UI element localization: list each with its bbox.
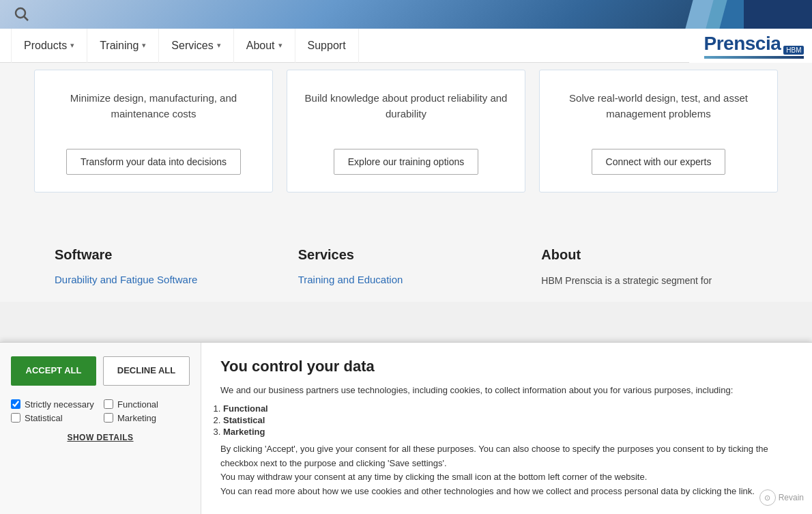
cookie-body-2: You may withdraw your consent at any tim… <box>220 470 793 485</box>
logo-underline <box>704 56 804 59</box>
cookie-banner: ACCEPT ALL DECLINE ALL Strictly necessar… <box>0 342 812 514</box>
marketing-label: Marketing <box>117 413 156 423</box>
marketing-checkbox[interactable] <box>104 413 113 423</box>
strictly-checkbox[interactable] <box>11 399 20 409</box>
footer-services-link[interactable]: Training and Education <box>298 274 514 285</box>
footer-services-title: Services <box>298 247 514 263</box>
nav-services[interactable]: Services ▾ <box>159 29 233 63</box>
cookie-list: Functional Statistical Marketing <box>223 403 793 437</box>
revain-label: Revain <box>779 493 804 502</box>
statistical-label: Statistical <box>25 413 63 423</box>
card-experts-desc: Solve real-world design, test, and asset… <box>557 91 760 122</box>
logo-hbm: HBM <box>783 46 804 55</box>
card-decisions-button[interactable]: Transform your data into decisions <box>66 149 241 175</box>
card-decisions: Minimize design, manufacturing, and main… <box>34 70 273 192</box>
products-chevron: ▾ <box>70 41 74 50</box>
cookie-list-item-2: Statistical <box>223 415 265 425</box>
footer-software-link[interactable]: Durability and Fatigue Software <box>55 274 271 285</box>
decline-all-button[interactable]: DECLINE ALL <box>103 356 190 386</box>
checkbox-functional: Functional <box>104 399 190 410</box>
checkbox-strictly: Strictly necessary <box>11 399 97 410</box>
strictly-label: Strictly necessary <box>25 399 94 410</box>
checkbox-marketing: Marketing <box>104 413 190 423</box>
cookie-buttons: ACCEPT ALL DECLINE ALL <box>11 356 190 386</box>
card-training-desc: Build knowledge about product reliabilit… <box>304 91 508 122</box>
checkbox-statistical: Statistical <box>11 413 97 423</box>
card-experts-button[interactable]: Connect with our experts <box>592 149 726 175</box>
main-content: Minimize design, manufacturing, and main… <box>0 63 812 227</box>
nav-items: Products ▾ Training ▾ Services ▾ About ▾… <box>11 29 801 63</box>
footer-about-title: About <box>541 247 757 263</box>
search-button[interactable] <box>11 3 33 25</box>
nav-about[interactable]: About ▾ <box>234 29 295 63</box>
footer-about: About HBM Prenscia is a strategic segmen… <box>527 247 771 288</box>
cookie-right-panel: You control your data We and our busines… <box>201 343 812 514</box>
footer-about-text: HBM Prenscia is a strategic segment for <box>541 274 757 288</box>
card-training-button[interactable]: Explore our training options <box>334 149 478 175</box>
functional-checkbox[interactable] <box>104 399 113 409</box>
nav-training[interactable]: Training ▾ <box>87 29 159 63</box>
accept-all-button[interactable]: ACCEPT ALL <box>11 356 96 386</box>
card-experts: Solve real-world design, test, and asset… <box>539 70 778 192</box>
nav-products[interactable]: Products ▾ <box>11 29 87 63</box>
logo-text: Prenscia <box>704 33 781 55</box>
navbar: Products ▾ Training ▾ Services ▾ About ▾… <box>0 29 812 63</box>
nav-logo: Prenscia HBM <box>689 29 812 63</box>
training-chevron: ▾ <box>142 41 146 50</box>
card-decisions-desc: Minimize design, manufacturing, and main… <box>52 91 255 122</box>
footer-software-title: Software <box>55 247 271 263</box>
cards-row: Minimize design, manufacturing, and main… <box>34 70 778 192</box>
footer-software: Software Durability and Fatigue Software <box>41 247 285 288</box>
svg-point-0 <box>16 8 25 18</box>
footer-columns: Software Durability and Fatigue Software… <box>41 247 771 288</box>
cookie-list-item-1: Functional <box>223 403 268 414</box>
statistical-checkbox[interactable] <box>11 413 20 423</box>
svg-line-1 <box>25 17 29 21</box>
cookie-body-1: By clicking 'Accept', you give your cons… <box>220 442 793 471</box>
logo-stripe-area <box>689 0 812 29</box>
cookie-title: You control your data <box>220 358 793 375</box>
footer-services: Services Training and Education <box>285 247 528 288</box>
card-training: Build knowledge about product reliabilit… <box>287 70 525 192</box>
header-top <box>0 0 812 29</box>
cookie-intro: We and our business partners use technol… <box>220 384 793 398</box>
cookie-list-item-3: Marketing <box>223 427 265 437</box>
revain-icon: ⊙ <box>759 489 776 506</box>
nav-support[interactable]: Support <box>295 29 359 63</box>
cookie-checkboxes: Strictly necessary Functional Statistica… <box>11 399 190 423</box>
footer-area: Software Durability and Fatigue Software… <box>0 227 812 302</box>
functional-label: Functional <box>117 399 158 410</box>
logo-container: Prenscia HBM <box>704 33 804 59</box>
show-details-link[interactable]: SHOW DETAILS <box>11 433 190 442</box>
search-icon <box>14 7 29 22</box>
cookie-body-3: You can read more about how we use cooki… <box>220 485 793 499</box>
about-chevron: ▾ <box>278 41 282 50</box>
cookie-left-panel: ACCEPT ALL DECLINE ALL Strictly necessar… <box>0 343 201 514</box>
revain-badge: ⊙ Revain <box>759 489 804 506</box>
services-chevron: ▾ <box>217 41 221 50</box>
